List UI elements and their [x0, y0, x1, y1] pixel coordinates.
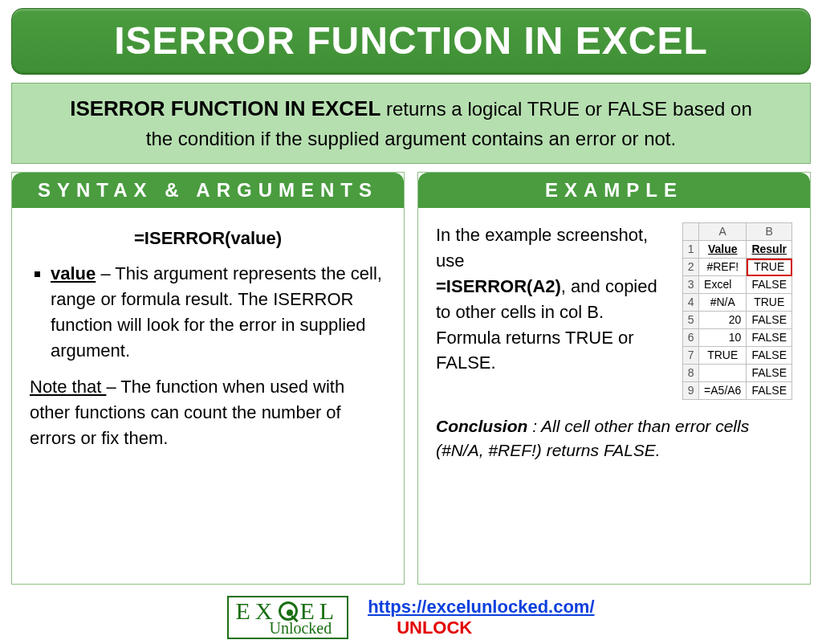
- logo-bottom-row: Unlocked: [235, 620, 332, 636]
- excel-grid: A B 1 Value Resulr 2#REF!TRUE3ExcelFALSE…: [682, 222, 792, 400]
- grid-row-number: 8: [683, 365, 699, 382]
- syntax-formula: =ISERROR(value): [30, 226, 386, 251]
- grid-cell: FALSE: [747, 382, 792, 400]
- grid-cell: FALSE: [747, 365, 792, 382]
- grid-col-b: B: [747, 223, 792, 241]
- syntax-note: Note that – The function when used with …: [30, 374, 386, 451]
- example-para-pre: In the example screenshot, use: [436, 225, 648, 271]
- table-row: 9=A5/A6FALSE: [683, 382, 792, 400]
- grid-header-a: Value: [699, 241, 747, 259]
- argument-name: value: [51, 263, 96, 283]
- example-body: In the example screenshot, use =ISERROR(…: [418, 208, 810, 584]
- grid-cell: FALSE: [747, 347, 792, 365]
- grid-row-number: 6: [683, 329, 699, 347]
- footer: EX EL Unlocked https://excelunlocked.com…: [11, 593, 811, 639]
- example-card: EXAMPLE In the example screenshot, use =…: [417, 172, 811, 585]
- description-text-1: returns a logical TRUE or FALSE based on: [380, 98, 751, 120]
- grid-corner: [683, 223, 699, 241]
- syntax-body: =ISERROR(value) value – This argument re…: [12, 208, 404, 584]
- table-row: 7TRUEFALSE: [683, 347, 792, 365]
- grid-cell: [699, 365, 747, 382]
- argument-text: – This argument represents the cell, ran…: [51, 263, 382, 361]
- table-row: 610FALSE: [683, 329, 792, 347]
- grid-cell: FALSE: [747, 329, 792, 347]
- table-row: 8FALSE: [683, 365, 792, 382]
- grid-cell: FALSE: [747, 276, 792, 294]
- example-heading: EXAMPLE: [418, 173, 810, 208]
- grid-cell: TRUE: [747, 259, 792, 276]
- grid-row-number: 4: [683, 294, 699, 312]
- description-text-2: the condition if the supplied argument c…: [146, 128, 676, 149]
- syntax-card: SYNTAX & ARGUMENTS =ISERROR(value) value…: [11, 172, 405, 585]
- magnifier-icon: [279, 601, 298, 621]
- grid-cell: 20: [699, 312, 747, 329]
- table-row: 520FALSE: [683, 312, 792, 329]
- grid-row-number: 5: [683, 312, 699, 329]
- argument-list: value – This argument represents the cel…: [30, 261, 386, 364]
- page-title-banner: ISERROR FUNCTION IN EXCEL: [11, 8, 811, 75]
- grid-cell: Excel: [699, 276, 747, 294]
- grid-cell: TRUE: [699, 347, 747, 365]
- grid-cell: #N/A: [699, 294, 747, 312]
- grid-col-a: A: [699, 223, 747, 241]
- syntax-heading: SYNTAX & ARGUMENTS: [12, 173, 404, 208]
- grid-cell: =A5/A6: [699, 382, 747, 400]
- table-row: 4#N/ATRUE: [683, 294, 792, 312]
- table-row: 3ExcelFALSE: [683, 276, 792, 294]
- grid-row-number: 3: [683, 276, 699, 294]
- grid-row-number: 2: [683, 259, 699, 276]
- brand-logo: EX EL Unlocked: [227, 596, 348, 639]
- note-label: Note that: [30, 377, 106, 397]
- description-box: ISERROR FUNCTION IN EXCEL returns a logi…: [11, 83, 811, 164]
- page-title: ISERROR FUNCTION IN EXCEL: [114, 19, 708, 62]
- example-conclusion: Conclusion : All cell other than error c…: [436, 414, 792, 463]
- description-lead: ISERROR FUNCTION IN EXCEL: [70, 96, 380, 120]
- grid-cell: #REF!: [699, 259, 747, 276]
- footer-link-block: https://excelunlocked.com/ UNLOCK: [368, 597, 594, 639]
- unlock-label: UNLOCK: [368, 618, 594, 638]
- columns: SYNTAX & ARGUMENTS =ISERROR(value) value…: [11, 172, 811, 585]
- example-text: In the example screenshot, use =ISERROR(…: [436, 222, 669, 376]
- grid-row-number: 7: [683, 347, 699, 365]
- grid-cell: TRUE: [747, 294, 792, 312]
- grid-row-number: 9: [683, 382, 699, 400]
- argument-item: value – This argument represents the cel…: [51, 261, 386, 364]
- grid-cell: 10: [699, 329, 747, 347]
- site-link[interactable]: https://excelunlocked.com/: [368, 597, 594, 618]
- conclusion-label: Conclusion: [436, 417, 527, 435]
- grid-row-1: 1: [683, 241, 699, 259]
- grid-header-b: Resulr: [747, 241, 792, 259]
- table-row: 2#REF!TRUE: [683, 259, 792, 276]
- grid-cell: FALSE: [747, 312, 792, 329]
- example-formula: =ISERROR(A2): [436, 276, 561, 296]
